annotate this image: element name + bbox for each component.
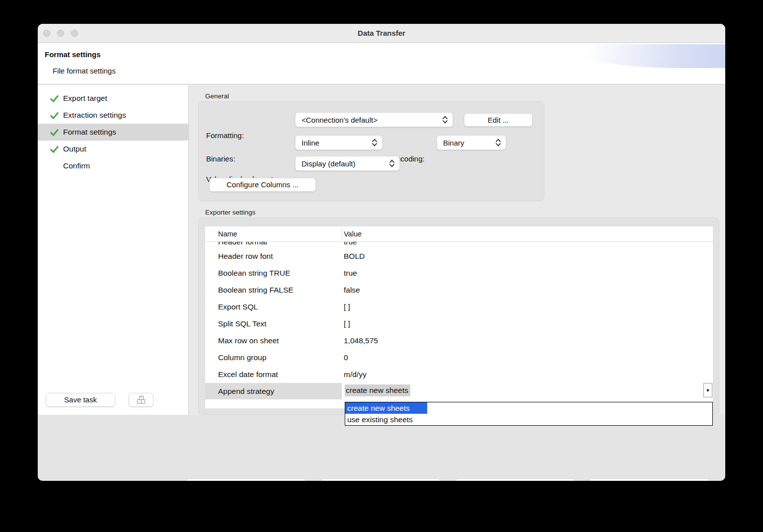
formatting-select-value: <Connection's default> — [302, 116, 442, 124]
open-tasks-button[interactable] — [129, 393, 153, 407]
data-transfer-dialog: Data Transfer Format settings File forma… — [38, 24, 725, 481]
sidebar-item-output[interactable]: Output — [38, 141, 188, 157]
sidebar-item-confirm[interactable]: Confirm — [38, 157, 188, 174]
sidebar-item-extraction-settings[interactable]: Extraction settings — [38, 107, 188, 124]
chevron-up-down-icon — [388, 158, 395, 168]
page-subtitle: File format settings — [53, 67, 116, 75]
sidebar-item-label: Extraction settings — [63, 107, 126, 124]
binaries-select-value: Inline — [302, 139, 371, 147]
combo-dropdown-arrow-icon[interactable]: ▼ — [703, 383, 712, 397]
edit-formatting-button[interactable]: Edit ... — [464, 113, 533, 127]
formatting-label: Formatting: — [206, 131, 244, 140]
wizard-body: Export target Extraction settings Format… — [38, 85, 725, 415]
append-strategy-combo-input[interactable]: create new sheets — [345, 384, 410, 396]
column-header-name: Name — [218, 227, 237, 242]
table-row-boolean-string-false[interactable]: Boolean string FALSE false — [205, 282, 713, 299]
cancel-button[interactable]: Cancel — [455, 478, 575, 481]
formatting-select[interactable]: <Connection's default> — [295, 112, 453, 127]
check-icon — [50, 94, 59, 103]
check-icon — [50, 111, 59, 120]
chevron-up-down-icon — [442, 115, 449, 125]
sidebar-item-label: Output — [63, 141, 86, 157]
sidebar-item-export-target[interactable]: Export target — [38, 90, 188, 107]
table-row-max-row-on-sheet[interactable]: Max row on sheet 1,048,575 — [205, 332, 713, 349]
sidebar-item-label: Confirm — [63, 157, 90, 174]
binaries-label: Binaries: — [206, 154, 235, 163]
column-divider[interactable] — [342, 228, 342, 240]
table-row-header-row-font[interactable]: Header row font BOLD — [205, 248, 713, 265]
exporter-settings-section-label: Exporter settings — [205, 209, 255, 216]
chevron-up-down-icon — [495, 138, 502, 148]
back-button[interactable]: < Back — [186, 478, 306, 481]
table-row-append-strategy[interactable]: Append strategy create new sheets ▼ — [205, 383, 713, 399]
window-title: Data Transfer — [38, 24, 725, 43]
value-display-format-select[interactable]: Display (default) — [295, 156, 400, 171]
encoding-select[interactable]: Binary — [437, 135, 506, 150]
table-row-export-sql[interactable]: Export SQL [ ] — [205, 299, 713, 315]
title-bar: Data Transfer — [38, 24, 725, 43]
table-row-boolean-string-true[interactable]: Boolean string TRUE true — [205, 265, 713, 282]
table-row-excel-date-format[interactable]: Excel date format m/d/yy — [205, 366, 713, 383]
configure-columns-button[interactable]: Configure Columns ... — [209, 178, 316, 192]
column-header-value: Value — [344, 227, 362, 242]
packages-icon — [136, 395, 146, 405]
table-row-split-sql-text[interactable]: Split SQL Text [ ] — [205, 315, 713, 332]
exporter-settings-groupbox: Name Value Header format true Header row… — [198, 218, 719, 415]
table-row-column-group[interactable]: Column group 0 — [205, 349, 713, 366]
next-button[interactable]: Next > — [589, 478, 710, 481]
page-content: General Formatting: <Connection's defaul… — [189, 85, 725, 415]
general-section-label: General — [205, 92, 229, 100]
sidebar-item-label: Format settings — [63, 124, 116, 141]
append-strategy-dropdown-list: create new sheets use existing sheets — [345, 402, 713, 426]
table-row-header-format[interactable]: Header format true — [205, 242, 713, 248]
save-task-button[interactable]: Save task — [46, 393, 115, 407]
dropdown-option-create-new-sheets[interactable]: create new sheets — [345, 402, 427, 414]
wizard-steps-sidebar: Export target Extraction settings Format… — [38, 85, 189, 415]
value-display-format-select-value: Display (default) — [302, 159, 388, 168]
exporter-settings-table: Name Value Header format true Header row… — [205, 227, 713, 408]
dropdown-option-use-existing-sheets[interactable]: use existing sheets — [345, 414, 712, 425]
sidebar-item-label: Export target — [63, 90, 107, 107]
check-icon — [50, 128, 59, 137]
general-groupbox: Formatting: <Connection's default> Edit … — [198, 101, 544, 201]
encoding-select-value: Binary — [443, 139, 495, 147]
page-title: Format settings — [45, 50, 101, 59]
wizard-header: Format settings File format settings — [38, 43, 725, 84]
sidebar-item-format-settings[interactable]: Format settings — [38, 124, 188, 141]
binaries-select[interactable]: Inline — [295, 135, 382, 150]
check-icon — [50, 145, 59, 154]
table-header-row: Name Value — [205, 227, 713, 242]
chevron-up-down-icon — [371, 138, 378, 148]
banner-swoosh-decoration — [561, 44, 725, 68]
proceed-button[interactable]: Proceed — [320, 478, 441, 481]
